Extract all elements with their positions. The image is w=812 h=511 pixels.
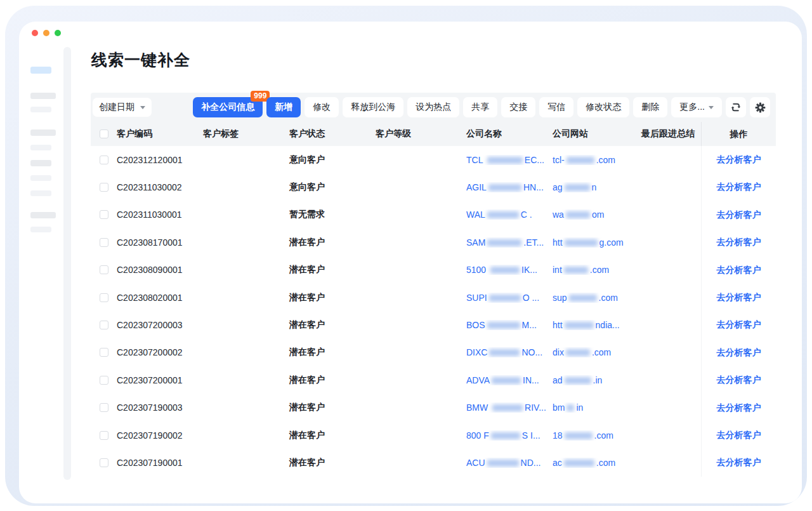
row-checkbox[interactable] <box>100 210 108 219</box>
analyze-customer-link[interactable]: 去分析客户 <box>717 430 761 440</box>
company-name-link[interactable]: ADVAIN... <box>466 375 553 385</box>
more-button[interactable]: 更多... <box>671 97 722 117</box>
sidebar-skeleton-item <box>30 129 56 136</box>
company-name-link[interactable]: SUPIO ... <box>466 293 553 303</box>
redacted-text <box>564 460 594 467</box>
button-label: 更多... <box>679 102 705 113</box>
edit-button[interactable]: 修改 <box>304 97 339 117</box>
analyze-customer-link[interactable]: 去分析客户 <box>717 154 761 164</box>
redacted-text <box>489 349 520 356</box>
text-visible-prefix: WAL <box>466 209 485 220</box>
add-button[interactable]: 新增 <box>266 97 301 117</box>
window-zoom-button[interactable] <box>55 30 61 36</box>
toolbar-actions: 补全公司信息999新增修改释放到公海设为热点共享交接写信修改状态删除更多... <box>193 97 770 117</box>
share-button[interactable]: 共享 <box>463 97 497 117</box>
row-checkbox[interactable] <box>100 348 108 357</box>
table-row: C202307200003潜在客户BOSM...httndia...去分析客户 <box>91 311 776 338</box>
refresh-button[interactable] <box>726 97 746 117</box>
company-name-link[interactable]: 800 FS I... <box>466 430 553 441</box>
set-hot-button[interactable]: 设为热点 <box>407 97 459 117</box>
select-all-checkbox[interactable] <box>100 129 108 138</box>
settings-button[interactable] <box>750 97 770 117</box>
write-email-button[interactable]: 写信 <box>539 97 573 117</box>
analyze-customer-link[interactable]: 去分析客户 <box>717 237 761 247</box>
company-website-link[interactable]: 18.com <box>553 430 641 441</box>
redacted-text <box>490 267 520 274</box>
row-checkbox[interactable] <box>100 183 108 192</box>
row-checkbox[interactable] <box>100 376 108 385</box>
row-checkbox[interactable] <box>100 238 108 247</box>
button-label: 补全公司信息 <box>201 102 254 113</box>
company-website-link[interactable]: tcl-.com <box>553 155 641 165</box>
text-visible-prefix: ag <box>553 182 563 192</box>
company-website-link[interactable]: sup.com <box>553 293 641 303</box>
sidebar-active-item[interactable] <box>30 67 51 74</box>
change-status-button[interactable]: 修改状态 <box>577 97 629 117</box>
handover-button[interactable]: 交接 <box>501 97 535 117</box>
row-checkbox[interactable] <box>100 293 108 302</box>
text-visible-prefix: bm <box>553 402 565 413</box>
window-close-button[interactable] <box>32 30 38 36</box>
text-visible-suffix: IK... <box>521 265 537 275</box>
delete-button[interactable]: 删除 <box>633 97 667 117</box>
redacted-text <box>566 157 594 164</box>
text-visible-suffix: g.com <box>599 237 624 248</box>
sidebar-skeleton-item <box>30 107 51 112</box>
row-checkbox[interactable] <box>100 265 108 274</box>
button-label: 修改 <box>313 102 331 113</box>
company-name-link[interactable]: WALC . <box>466 209 553 220</box>
company-name-link[interactable]: BOSM... <box>466 320 553 330</box>
analyze-customer-link[interactable]: 去分析客户 <box>717 182 761 192</box>
create-date-filter-select[interactable]: 创建日期 <box>93 98 152 117</box>
company-website-link[interactable]: int.com <box>553 265 641 275</box>
analyze-customer-link[interactable]: 去分析客户 <box>717 319 761 329</box>
row-checkbox[interactable] <box>100 321 108 329</box>
redacted-text <box>492 377 521 384</box>
redacted-text <box>492 404 523 411</box>
row-actions-cell: 去分析客户 <box>701 366 776 394</box>
release-to-public-pool-button[interactable]: 释放到公海 <box>343 97 403 117</box>
analyze-customer-link[interactable]: 去分析客户 <box>717 457 761 467</box>
customer-status: 潜在客户 <box>289 237 376 248</box>
company-website-link[interactable]: ac.com <box>553 458 641 468</box>
customer-status: 意向客户 <box>289 154 376 166</box>
text-visible-suffix: .in <box>593 375 603 385</box>
row-checkbox[interactable] <box>100 458 108 467</box>
analyze-customer-link[interactable]: 去分析客户 <box>717 402 761 413</box>
window-minimize-button[interactable] <box>43 30 49 36</box>
company-website-link[interactable]: ad.in <box>553 375 641 385</box>
analyze-customer-link[interactable]: 去分析客户 <box>717 265 761 275</box>
row-checkbox[interactable] <box>100 403 108 412</box>
redacted-text <box>487 322 520 329</box>
row-checkbox[interactable] <box>100 156 108 164</box>
redacted-text <box>489 295 521 302</box>
company-website-link[interactable]: httndia... <box>553 320 641 330</box>
row-checkbox[interactable] <box>100 431 108 440</box>
customer-code: C202311030001 <box>117 209 203 220</box>
redacted-text <box>487 157 523 164</box>
analyze-customer-link[interactable]: 去分析客户 <box>717 375 761 385</box>
analyze-customer-link[interactable]: 去分析客户 <box>717 292 761 302</box>
company-name-link[interactable]: DIXCNO... <box>466 347 553 357</box>
text-visible-prefix: SUPI <box>466 293 487 303</box>
redacted-text <box>565 432 593 439</box>
company-name-link[interactable]: BMW RIV... <box>466 402 553 413</box>
complete-company-info-button[interactable]: 补全公司信息999 <box>193 97 263 117</box>
redacted-text <box>487 239 521 246</box>
company-name-link[interactable]: ACUND... <box>466 458 553 468</box>
button-label: 写信 <box>547 102 565 113</box>
company-website-link[interactable]: agn <box>553 182 641 192</box>
row-actions-cell: 去分析客户 <box>701 229 776 256</box>
company-website-link[interactable]: bmin <box>553 402 641 413</box>
company-name-link[interactable]: 5100 IK... <box>466 265 553 275</box>
company-website-link[interactable]: dix.com <box>553 347 641 357</box>
company-name-link[interactable]: AGILHN... <box>466 182 553 192</box>
row-checkbox-cell <box>91 238 117 247</box>
company-name-link[interactable]: SAM.ET... <box>466 237 553 248</box>
company-name-link[interactable]: TCL EC... <box>466 155 553 165</box>
company-website-link[interactable]: waom <box>553 209 641 220</box>
analyze-customer-link[interactable]: 去分析客户 <box>717 209 761 220</box>
sidebar-skeleton-item <box>30 227 51 232</box>
analyze-customer-link[interactable]: 去分析客户 <box>717 347 761 357</box>
company-website-link[interactable]: httg.com <box>553 237 641 248</box>
